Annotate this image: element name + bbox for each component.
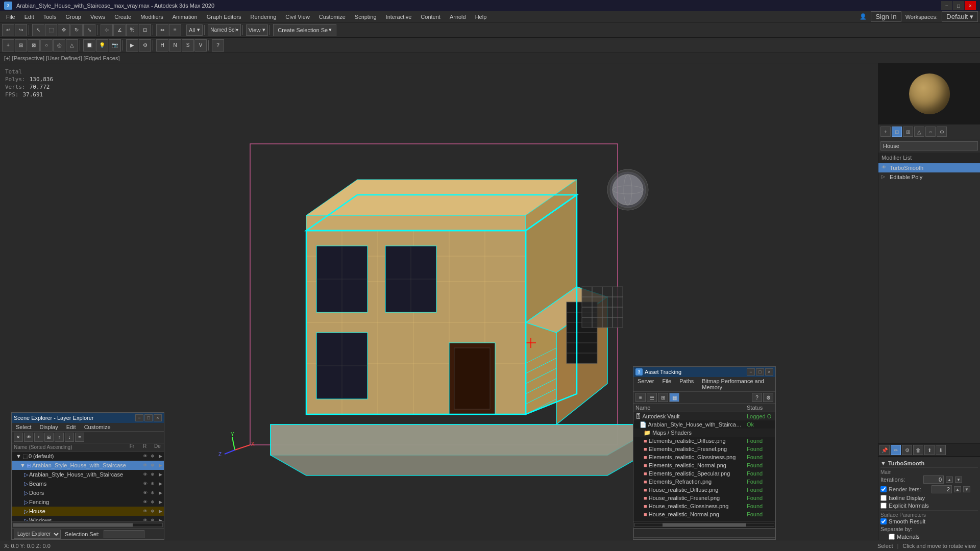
at-scroll-track[interactable]: [634, 523, 774, 527]
at-row-img8[interactable]: ■ House_realistic_Fresnel.png Found: [633, 494, 775, 502]
move-button[interactable]: ✥: [58, 24, 70, 36]
spinner-snap-button[interactable]: ⊡: [139, 24, 151, 36]
tb2-btn4[interactable]: ○: [40, 39, 53, 52]
se-frz-h[interactable]: ❄: [149, 508, 156, 515]
at-row-img3[interactable]: ■ Elements_realistic_Glossiness.png Foun…: [633, 453, 775, 461]
menu-modifiers[interactable]: Modifiers: [136, 13, 167, 21]
tb2-btn5[interactable]: ◎: [53, 39, 65, 52]
at-tb-active[interactable]: ▦: [669, 393, 679, 402]
se-frz-b[interactable]: ❄: [149, 480, 156, 487]
workspace-dropdown[interactable]: Default ▾: [942, 11, 978, 22]
tb2-btn12[interactable]: S: [182, 39, 194, 52]
se-freeze-icon[interactable]: ❄: [149, 453, 156, 460]
select-button[interactable]: ↖: [32, 24, 44, 36]
at-close-button[interactable]: ×: [765, 368, 773, 375]
menu-customize[interactable]: Customize: [315, 13, 350, 21]
menu-civil-view[interactable]: Civil View: [281, 13, 313, 21]
se-rndr-d[interactable]: ▶: [157, 489, 164, 496]
align-button[interactable]: ≡: [169, 24, 181, 36]
tb2-btn8[interactable]: 💡: [96, 39, 108, 52]
se-row-beams[interactable]: ▷ Beams 👁 ❄ ▶: [12, 479, 164, 488]
ts-renderiter-input[interactable]: [932, 485, 952, 493]
tb2-btn10[interactable]: H: [156, 39, 168, 52]
close-button[interactable]: ×: [965, 1, 976, 10]
modifier-turbosmooth[interactable]: 👁 TurboSmooth: [878, 163, 980, 172]
se-vis-i3[interactable]: 👁: [141, 471, 149, 478]
mod-move-icon[interactable]: ⬆: [924, 445, 935, 455]
mod-copy-icon[interactable]: ⬇: [936, 445, 946, 455]
se-vis-icon2[interactable]: 👁: [141, 462, 149, 469]
se-vis-w[interactable]: 👁: [141, 517, 149, 521]
at-menu-server[interactable]: Server: [633, 377, 658, 391]
tb2-btn1[interactable]: +: [2, 39, 14, 52]
menu-animation[interactable]: Animation: [168, 13, 202, 21]
se-selection-set-input[interactable]: [104, 530, 144, 538]
object-name-input[interactable]: [880, 141, 978, 151]
at-menu-paths[interactable]: Paths: [675, 377, 698, 391]
named-sel-button[interactable]: Named Sel▾: [208, 24, 240, 36]
menu-content[interactable]: Content: [416, 13, 445, 21]
ts-iter-up[interactable]: ▲: [946, 477, 953, 483]
ts-ri-down[interactable]: ▼: [963, 486, 970, 492]
ts-materials-check[interactable]: [889, 534, 895, 540]
at-maximize-button[interactable]: □: [756, 368, 764, 375]
scale-button[interactable]: ⤡: [83, 24, 95, 36]
se-titlebar[interactable]: Scene Explorer - Layer Explorer − □ ×: [12, 413, 164, 423]
at-row-vault[interactable]: 🗄 Autodesk Vault Logged O: [633, 412, 775, 420]
se-close-button[interactable]: ×: [154, 414, 162, 421]
se-frz-w[interactable]: ❄: [149, 517, 156, 521]
percent-snap-button[interactable]: %: [126, 24, 138, 36]
at-row-img1[interactable]: ■ Elements_realistic_Diffuse.png Found: [633, 437, 775, 445]
at-row-main-file[interactable]: 📄 Arabian_Style_House_with_Staircase_max…: [633, 420, 775, 429]
se-rndr-h[interactable]: ▶: [157, 508, 164, 515]
ts-smooth-check[interactable]: [880, 518, 887, 524]
at-row-img5[interactable]: ■ Elements_realistic_Specular.png Found: [633, 469, 775, 478]
se-rndr-w[interactable]: ▶: [157, 517, 164, 521]
menu-help[interactable]: Help: [471, 13, 491, 21]
at-help-btn[interactable]: ?: [752, 393, 762, 402]
at-row-img6[interactable]: ■ Elements_Refraction.png Found: [633, 478, 775, 486]
create-selection-button[interactable]: Create Selection Se▾: [273, 24, 336, 36]
at-row-img9[interactable]: ■ House_realistic_Glossiness.png Found: [633, 502, 775, 510]
menu-file[interactable]: File: [2, 13, 19, 21]
menu-group[interactable]: Group: [61, 13, 85, 21]
se-menu-customize[interactable]: Customize: [80, 423, 115, 431]
tb2-btn13[interactable]: V: [194, 39, 207, 52]
se-row-house[interactable]: ▷ House 👁 ❄ ▶: [12, 507, 164, 516]
menu-create[interactable]: Create: [110, 13, 135, 21]
ts-explicit-check[interactable]: [880, 503, 887, 509]
tb2-btn3[interactable]: ⊠: [28, 39, 40, 52]
se-row-windows[interactable]: ▷ Windows 👁 ❄ ▶: [12, 516, 164, 521]
se-menu-edit[interactable]: Edit: [62, 423, 80, 431]
ts-iter-down[interactable]: ▼: [955, 477, 962, 483]
at-row-img4[interactable]: ■ Elements_realistic_Normal.png Found: [633, 461, 775, 469]
at-content[interactable]: 🗄 Autodesk Vault Logged O 📄 Arabian_Styl…: [633, 412, 775, 521]
se-layer-dropdown[interactable]: Layer Explorer: [14, 530, 61, 539]
se-row-mesh1[interactable]: ▷ Arabian_Style_House_with_Staircase 👁 ❄…: [12, 470, 164, 479]
tb2-btn11[interactable]: N: [169, 39, 181, 52]
at-row-maps[interactable]: 📁 Maps / Shaders: [633, 429, 775, 437]
panel-icon-create[interactable]: +: [880, 127, 891, 137]
menu-rendering[interactable]: Rendering: [247, 13, 281, 21]
select-region-button[interactable]: ⬚: [45, 24, 57, 36]
panel-icon-display[interactable]: ○: [925, 127, 936, 137]
se-frz-d[interactable]: ❄: [149, 489, 156, 496]
menu-graph-editors[interactable]: Graph Editors: [203, 13, 246, 21]
mod-eye-icon2[interactable]: ▷: [881, 174, 888, 180]
mod-config-icon[interactable]: ⚙: [902, 445, 912, 455]
panel-icon-modify[interactable]: ⊡: [892, 127, 902, 137]
mod-eye-icon[interactable]: 👁: [881, 165, 888, 171]
viewport-container[interactable]: Total Polys: 130,836 Verts: 70,772 FPS: …: [0, 63, 878, 551]
filter-dropdown[interactable]: All▾: [186, 24, 203, 36]
menu-views[interactable]: Views: [86, 13, 109, 21]
menu-tools[interactable]: Tools: [39, 13, 61, 21]
se-tb-cross[interactable]: ✕: [14, 433, 23, 442]
se-vis-d[interactable]: 👁: [141, 489, 149, 496]
ts-renderiter-check[interactable]: [880, 486, 887, 492]
se-row-doors[interactable]: ▷ Doors 👁 ❄ ▶: [12, 488, 164, 497]
menu-scripting[interactable]: Scripting: [351, 13, 381, 21]
render-setup-button[interactable]: ⚙: [139, 39, 151, 52]
se-row-default[interactable]: ▼ ⬚ 0 (default) 👁 ❄ ▶: [12, 452, 164, 461]
mirror-button[interactable]: ⇔: [156, 24, 168, 36]
at-titlebar[interactable]: 3 Asset Tracking − □ ×: [633, 367, 775, 377]
